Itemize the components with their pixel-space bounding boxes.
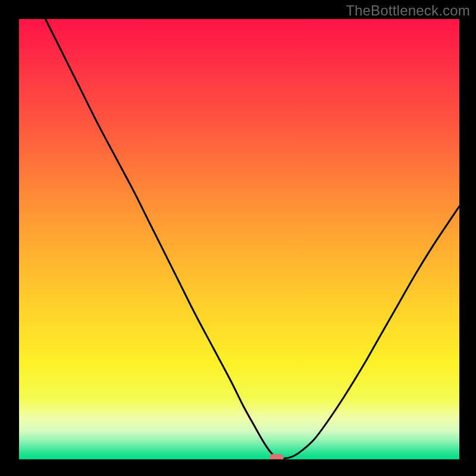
watermark-text: TheBottleneck.com bbox=[346, 2, 470, 19]
chart-frame: TheBottleneck.com bbox=[0, 0, 476, 476]
bottleneck-plot bbox=[19, 19, 459, 459]
optimal-marker bbox=[270, 454, 284, 459]
gradient-background bbox=[19, 19, 459, 459]
